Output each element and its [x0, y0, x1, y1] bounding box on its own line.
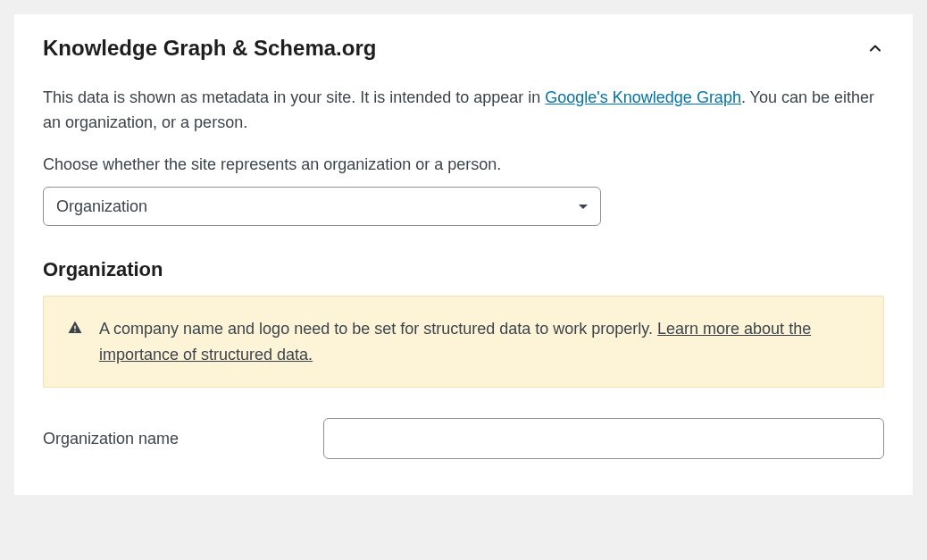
svg-rect-0 — [74, 326, 76, 330]
organization-name-label: Organization name — [43, 430, 302, 448]
entity-type-select-wrap: Organization — [43, 187, 601, 226]
description-text-prefix: This data is shown as metadata in your s… — [43, 88, 545, 106]
svg-rect-1 — [74, 330, 76, 332]
organization-name-row: Organization name — [43, 418, 884, 459]
entity-type-select[interactable]: Organization — [43, 187, 601, 226]
entity-type-label: Choose whether the site represents an or… — [43, 155, 884, 174]
knowledge-graph-link[interactable]: Google's Knowledge Graph — [545, 88, 741, 106]
organization-section-heading: Organization — [43, 258, 884, 281]
chevron-up-icon — [866, 39, 884, 57]
alert-text: A company name and logo need to be set f… — [99, 316, 860, 368]
alert-message: A company name and logo need to be set f… — [99, 320, 657, 338]
collapse-toggle[interactable] — [866, 39, 884, 57]
structured-data-alert: A company name and logo need to be set f… — [43, 296, 884, 389]
organization-name-input[interactable] — [323, 418, 884, 459]
panel-title: Knowledge Graph & Schema.org — [43, 36, 376, 61]
panel-header: Knowledge Graph & Schema.org — [43, 36, 884, 61]
warning-icon — [67, 320, 83, 339]
panel-description: This data is shown as metadata in your s… — [43, 86, 884, 136]
knowledge-graph-panel: Knowledge Graph & Schema.org This data i… — [14, 14, 913, 495]
